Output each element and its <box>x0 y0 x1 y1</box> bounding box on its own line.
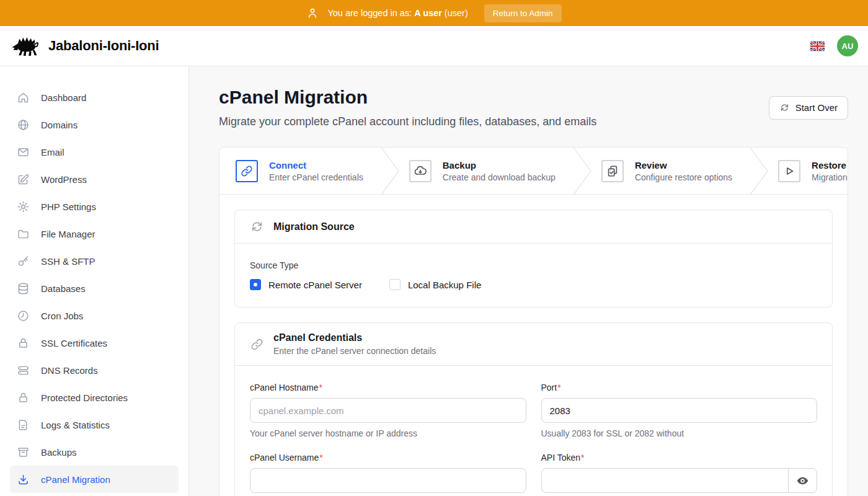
hostname-field-group: cPanel Hostname* Your cPanel server host… <box>250 383 526 438</box>
clock-icon <box>17 309 30 322</box>
link-icon <box>236 160 258 182</box>
card-title: cPanel Credentials <box>273 332 436 343</box>
user-avatar[interactable]: AU <box>837 35 858 56</box>
page-title: cPanel Migration <box>219 87 596 108</box>
return-to-admin-button[interactable]: Return to Admin <box>484 4 562 22</box>
edit-icon <box>17 173 30 186</box>
username-field-group: cPanel Username* <box>250 453 526 493</box>
download-icon <box>17 473 30 486</box>
port-helper: Usually 2083 for SSL or 2082 without <box>541 428 818 438</box>
sidebar-item-email[interactable]: Email <box>10 138 179 166</box>
sidebar-item-dns-records[interactable]: DNS Records <box>10 356 179 384</box>
required-marker: * <box>557 383 560 392</box>
page-subtitle: Migrate your complete cPanel account inc… <box>219 115 596 128</box>
step-restore[interactable]: Restore Migration progress <box>769 160 848 182</box>
folder-icon <box>17 228 30 241</box>
wizard-stepper: Connect Enter cPanel credentials Backup … <box>219 148 848 195</box>
username-input[interactable] <box>250 468 526 493</box>
sidebar-item-file-manager[interactable]: File Manager <box>10 220 179 247</box>
lock-icon <box>17 391 30 404</box>
port-field-group: Port* Usually 2083 for SSL or 2082 witho… <box>541 383 818 438</box>
step-review[interactable]: Review Configure restore options <box>593 160 748 182</box>
sidebar-item-domains[interactable]: Domains <box>10 111 179 138</box>
migration-wizard-card: Connect Enter cPanel credentials Backup … <box>219 147 848 496</box>
required-marker: * <box>581 453 584 463</box>
hostname-helper: Your cPanel server hostname or IP addres… <box>250 428 526 438</box>
app-header: Jabaloni-Ioni-Ioni AU <box>0 26 868 66</box>
sidebar-item-php-settings[interactable]: PHP Settings <box>10 193 179 220</box>
sidebar-item-logs-statistics[interactable]: Logs & Statistics <box>10 411 179 438</box>
step-separator <box>379 148 401 195</box>
source-type-label: Source Type <box>250 260 817 270</box>
play-icon <box>778 160 800 182</box>
hostname-label: cPanel Hostname* <box>250 383 526 392</box>
key-icon <box>17 255 30 268</box>
sidebar: Dashboard Domains Email WordPress PHP Se… <box>0 66 189 496</box>
hostname-input[interactable] <box>250 398 526 423</box>
required-marker: * <box>319 383 322 392</box>
sidebar-item-databases[interactable]: Databases <box>10 275 179 302</box>
card-title: Migration Source <box>273 221 355 232</box>
port-label: Port* <box>541 383 818 392</box>
link-icon <box>250 337 264 352</box>
cloud-download-icon <box>409 160 432 182</box>
refresh-icon <box>779 102 790 113</box>
boar-logo-icon <box>11 35 40 57</box>
server-icon <box>17 364 30 377</box>
sidebar-item-backups[interactable]: Backups <box>10 438 179 466</box>
toggle-visibility-button[interactable] <box>788 468 817 493</box>
port-input[interactable] <box>541 398 818 423</box>
api-token-input[interactable] <box>541 468 789 493</box>
api-token-label: API Token* <box>541 453 818 463</box>
mail-icon <box>17 146 30 159</box>
checkbox-unchecked[interactable] <box>389 279 401 290</box>
admin-impersonation-bar: You are logged in as: A user (user) Retu… <box>0 0 868 26</box>
sync-icon <box>250 219 264 234</box>
language-flag-icon[interactable] <box>810 41 825 51</box>
sidebar-item-ssl-certificates[interactable]: SSL Certificates <box>10 329 179 356</box>
start-over-button[interactable]: Start Over <box>769 96 848 120</box>
home-icon <box>17 91 30 104</box>
option-local-backup-file[interactable]: Local Backup File <box>389 279 481 290</box>
eye-icon <box>796 474 809 487</box>
gear-icon <box>17 200 30 213</box>
step-backup[interactable]: Backup Create and download backup <box>401 160 572 182</box>
api-token-field-group: API Token* <box>541 453 818 493</box>
brand[interactable]: Jabaloni-Ioni-Ioni <box>11 35 159 57</box>
required-marker: * <box>319 453 322 463</box>
step-connect[interactable]: Connect Enter cPanel credentials <box>219 160 379 182</box>
person-icon <box>306 7 319 19</box>
globe-icon <box>17 118 30 131</box>
lock-icon <box>17 337 30 350</box>
sidebar-item-protected-directories[interactable]: Protected Directories <box>10 384 179 411</box>
sidebar-item-cron-jobs[interactable]: Cron Jobs <box>10 302 179 329</box>
sidebar-item-cpanel-migration[interactable]: cPanel Migration <box>10 466 179 493</box>
migration-source-card: Migration Source Source Type Remote cPan… <box>234 210 833 308</box>
logged-in-user: A user <box>414 8 442 18</box>
document-icon <box>17 418 30 432</box>
step-separator <box>572 148 593 195</box>
database-icon <box>17 282 30 295</box>
checkbox-checked[interactable] <box>250 279 261 290</box>
step-separator <box>748 148 769 195</box>
sidebar-item-wordpress[interactable]: WordPress <box>10 166 179 193</box>
clipboard-check-icon <box>601 160 624 182</box>
sidebar-item-dashboard[interactable]: Dashboard <box>10 84 179 111</box>
cpanel-credentials-card: cPanel Credentials Enter the cPanel serv… <box>234 322 833 496</box>
logged-in-role: (user) <box>445 8 468 18</box>
option-remote-cpanel-server[interactable]: Remote cPanel Server <box>250 279 362 290</box>
archive-icon <box>17 446 30 459</box>
card-subtitle: Enter the cPanel server connection detai… <box>273 346 436 356</box>
logged-in-text: You are logged in as: A user (user) <box>327 8 467 18</box>
brand-name: Jabaloni-Ioni-Ioni <box>48 38 159 54</box>
username-label: cPanel Username* <box>250 453 526 463</box>
main-content: cPanel Migration Migrate your complete c… <box>189 66 868 496</box>
sidebar-item-ssh-sftp[interactable]: SSH & SFTP <box>10 247 179 275</box>
